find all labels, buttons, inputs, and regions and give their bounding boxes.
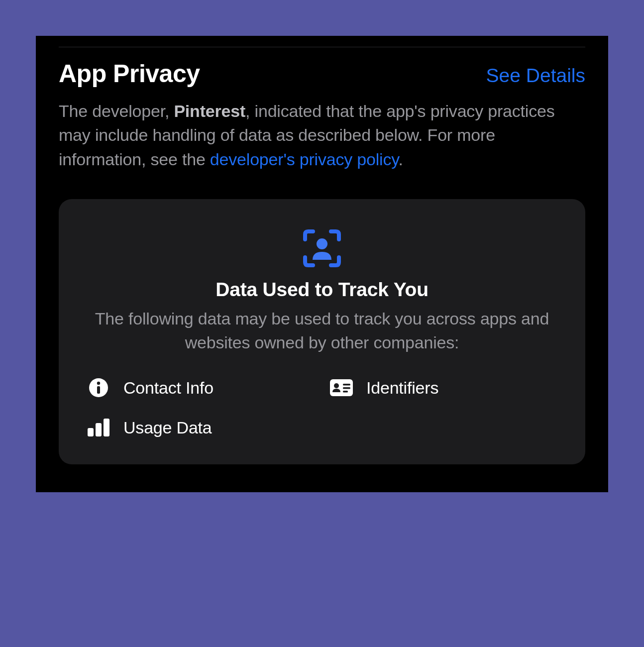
data-items-grid: Contact Info Identifiers: [87, 376, 557, 439]
data-item-label: Usage Data: [123, 418, 212, 437]
svg-rect-3: [97, 386, 100, 394]
svg-point-5: [334, 383, 339, 388]
see-details-link[interactable]: See Details: [486, 65, 585, 87]
header-row: App Privacy See Details: [59, 59, 585, 88]
svg-rect-6: [343, 384, 350, 386]
data-item-identifiers: Identifiers: [329, 376, 557, 400]
svg-rect-7: [343, 387, 350, 389]
privacy-description: The developer, Pinterest, indicated that…: [59, 99, 585, 171]
card-description: The following data may be used to track …: [87, 307, 557, 355]
desc-suffix: .: [398, 150, 403, 169]
data-item-label: Contact Info: [123, 378, 214, 398]
data-item-contact-info: Contact Info: [87, 376, 315, 400]
top-divider: [59, 47, 585, 47]
svg-point-0: [317, 238, 327, 249]
card-title: Data Used to Track You: [87, 279, 557, 301]
info-icon: [87, 376, 110, 400]
svg-rect-8: [343, 391, 348, 393]
tracking-card: Data Used to Track You The following dat…: [59, 199, 585, 464]
svg-rect-10: [96, 423, 102, 436]
bar-chart-icon: [87, 416, 110, 439]
id-card-icon: [329, 376, 353, 400]
svg-rect-9: [88, 428, 94, 436]
developer-name: Pinterest: [174, 102, 245, 120]
app-privacy-panel: App Privacy See Details The developer, P…: [36, 36, 608, 492]
privacy-policy-link[interactable]: developer's privacy policy: [210, 150, 399, 169]
svg-rect-11: [104, 419, 109, 436]
data-item-label: Identifiers: [366, 378, 438, 398]
person-scan-icon: [87, 228, 557, 269]
section-title: App Privacy: [59, 59, 200, 88]
desc-prefix: The developer,: [59, 102, 174, 120]
svg-point-2: [97, 382, 100, 385]
data-item-usage-data: Usage Data: [87, 416, 315, 439]
